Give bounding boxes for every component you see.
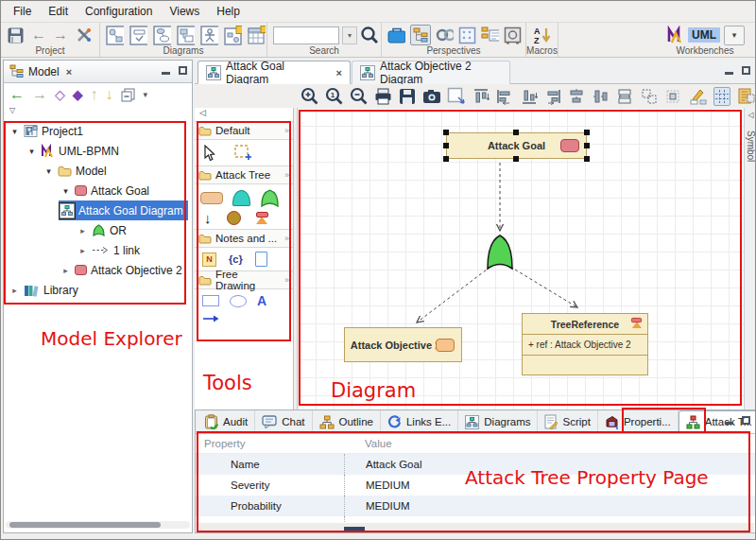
constraint-tool-icon[interactable]: {c} (229, 253, 243, 265)
tab-attack-objective-2-diagram[interactable]: Attack Objective 2 Diagram (352, 61, 510, 84)
minimize-icon[interactable] (725, 422, 733, 425)
actor-diagram-icon[interactable] (200, 26, 218, 44)
selection-handle[interactable] (584, 156, 590, 162)
safe-perspective-icon[interactable] (504, 26, 522, 44)
tree-item-project1[interactable]: ▾ Project1 (4, 121, 192, 141)
column-header-value[interactable]: Value (344, 434, 755, 453)
palette-section-default[interactable]: Default » (195, 121, 293, 140)
close-icon[interactable]: × (336, 67, 342, 78)
expand-open-icon[interactable]: ▾ (60, 186, 71, 196)
form-perspective-icon[interactable] (481, 26, 499, 44)
model-horizontal-scrollbar[interactable] (6, 521, 190, 529)
next-diamond-icon[interactable]: ◆ (73, 88, 83, 101)
workbench-selected-value[interactable]: UML (688, 27, 720, 43)
same-width-icon[interactable] (616, 87, 633, 106)
tree-item-or[interactable]: ▸ OR (4, 220, 192, 240)
minimize-icon[interactable] (725, 72, 733, 75)
sort-az-icon[interactable]: AZ (533, 26, 551, 44)
print-icon[interactable] (374, 87, 392, 106)
toggle-grid-icon[interactable] (713, 87, 731, 106)
tab-outline[interactable]: Outline (313, 410, 381, 433)
zoom-100-icon[interactable]: 1 (325, 87, 343, 106)
pin-icon[interactable]: » (284, 275, 289, 285)
palette-section-free-drawing[interactable]: Free Drawing » (195, 270, 293, 289)
expand-closed-icon[interactable]: ▸ (77, 226, 88, 235)
move-up-icon[interactable]: ↑ (91, 87, 98, 102)
expand-closed-icon[interactable]: ▸ (9, 286, 20, 295)
undo-icon[interactable]: ← (31, 27, 46, 43)
search-input[interactable] (273, 26, 339, 44)
usecase-diagram-icon[interactable] (129, 26, 147, 44)
table-row[interactable]: Name Attack Goal (196, 454, 755, 475)
expand-closed-icon[interactable]: ▸ (60, 266, 71, 275)
tree-item-link[interactable]: ▸ 1 link (4, 240, 192, 260)
align-left-icon[interactable] (496, 87, 513, 106)
redo-icon[interactable]: → (53, 27, 68, 43)
menu-views[interactable]: Views (161, 2, 208, 21)
bottom-horizontal-scrollbar[interactable] (197, 523, 754, 531)
tree-item-uml-bpmn[interactable]: ▾ UML-BPMN (4, 141, 192, 161)
collapse-all-icon[interactable] (121, 88, 136, 102)
pin-icon[interactable]: » (284, 170, 289, 180)
maximize-icon[interactable] (742, 416, 750, 425)
center-horizontal-icon[interactable] (568, 87, 585, 106)
tree-item-attack-objective-2[interactable]: ▸ Attack Objective 2 (4, 260, 192, 280)
palette-section-notes[interactable]: Notes and ... » (195, 229, 293, 248)
snapshot-icon[interactable] (422, 87, 440, 106)
move-down-icon[interactable]: ↓ (106, 87, 113, 102)
collapse-left-icon[interactable]: ◁ (745, 111, 756, 119)
tab-attack-goal-diagram[interactable]: Attack Goal Diagram × (198, 61, 351, 84)
same-size-icon[interactable] (641, 87, 658, 106)
model-perspective-icon[interactable] (410, 25, 431, 45)
maximize-icon[interactable] (742, 66, 750, 75)
view-menu-icon[interactable]: ▾ (144, 90, 148, 99)
save-icon[interactable] (7, 26, 25, 44)
navigate-back-icon[interactable]: ← (9, 87, 25, 102)
center-vertical-icon[interactable] (593, 87, 610, 106)
property-value-cell[interactable]: Attack Goal (344, 454, 755, 475)
model-panel-title[interactable]: Model (28, 65, 60, 78)
attack-objective-1-node[interactable]: Attack Objective 1 (344, 327, 462, 362)
align-right-icon[interactable] (544, 87, 561, 106)
filter-chevron-icon[interactable]: ▽ (4, 106, 192, 119)
align-top-icon[interactable] (472, 87, 489, 106)
activity-diagram-icon[interactable] (153, 26, 171, 44)
rectangle-tool-icon[interactable] (202, 295, 219, 306)
tab-script[interactable]: Script (538, 410, 597, 433)
expand-open-icon[interactable]: ▾ (43, 166, 54, 176)
tab-chat[interactable]: Chat (255, 410, 312, 433)
menu-edit[interactable]: Edit (40, 2, 77, 21)
pin-icon[interactable]: » (284, 126, 289, 135)
select-tool-icon[interactable] (202, 145, 216, 162)
link-tool-icon[interactable]: ↓ (204, 211, 212, 225)
tab-audit[interactable]: Audit (198, 410, 255, 433)
navigate-forward-icon[interactable]: → (32, 87, 47, 102)
close-icon[interactable]: × (66, 66, 72, 78)
selection-handle[interactable] (443, 130, 449, 135)
selection-handle[interactable] (443, 156, 449, 162)
selection-handle[interactable] (584, 130, 590, 135)
selection-handle[interactable] (513, 130, 519, 135)
table-row[interactable]: Severity MEDIUM (196, 475, 755, 496)
palette-collapse-icon[interactable]: ◁ (195, 108, 293, 121)
line-tool-icon[interactable] (202, 314, 220, 323)
search-icon[interactable] (360, 26, 378, 44)
selection-handle[interactable] (513, 156, 519, 162)
table-row[interactable]: Probability MEDIUM (196, 496, 755, 516)
tree-item-model[interactable]: ▾ Model (4, 161, 192, 181)
select-area-icon[interactable] (447, 87, 465, 106)
search-dropdown-button[interactable]: ▾ (342, 26, 357, 44)
tree-item-attack-goal[interactable]: ▾ Attack Goal (4, 181, 192, 200)
operator-tool-icon[interactable] (227, 211, 241, 225)
links-perspective-icon[interactable] (436, 26, 454, 44)
column-header-property[interactable]: Property (196, 438, 344, 449)
minimize-icon[interactable] (162, 72, 170, 75)
expand-open-icon[interactable]: ▾ (26, 147, 37, 156)
fit-content-icon[interactable] (664, 87, 681, 106)
menu-help[interactable]: Help (208, 2, 249, 21)
project-settings-icon[interactable] (75, 26, 93, 44)
menu-configuration[interactable]: Configuration (77, 2, 161, 21)
maximize-icon[interactable] (179, 66, 187, 75)
or-gate-tool-icon[interactable] (260, 189, 280, 207)
previous-diamond-icon[interactable]: ◇ (55, 88, 65, 101)
